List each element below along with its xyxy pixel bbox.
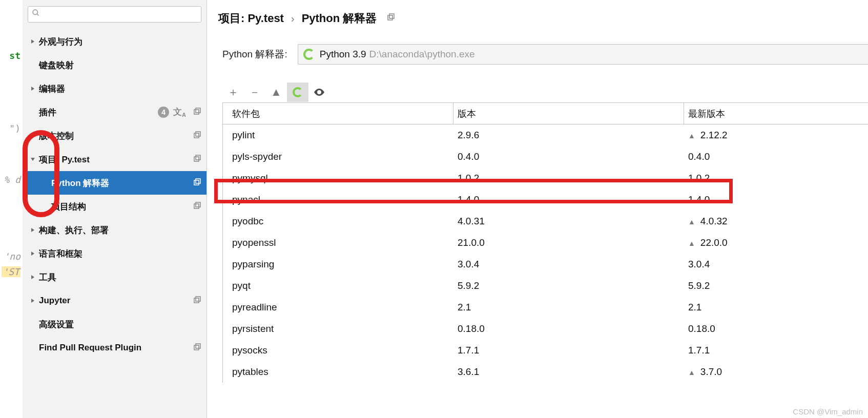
overlay-icon [387,13,395,24]
svg-point-18 [318,91,320,93]
svg-rect-6 [194,157,199,161]
pkg-version: 5.9.2 [453,280,684,291]
sidebar-item-7[interactable]: 项目结构 [23,195,206,218]
pkg-version: 0.18.0 [453,323,684,335]
svg-line-1 [37,14,38,15]
pkg-version: 1.4.0 [453,194,684,205]
pkg-version: 3.0.4 [453,259,684,270]
pkg-name: pyls-spyder [223,151,453,162]
table-row[interactable]: pyrsistent0.18.00.18.0 [223,318,868,340]
pkg-name: pylint [223,130,453,141]
pkg-version: 2.9.6 [453,130,684,141]
pkg-latest: 5.9.2 [684,280,868,291]
table-row[interactable]: pysocks1.7.11.7.1 [223,340,868,361]
svg-rect-11 [196,202,200,207]
sidebar-item-6[interactable]: Python 解释器 [23,171,206,195]
table-header: 软件包 版本 最新版本 [223,103,868,124]
table-row[interactable]: pytables3.6.1▲3.7.0 [223,361,868,383]
sidebar-item-0[interactable]: 外观与行为 [23,30,206,53]
table-row[interactable]: pyparsing3.0.43.0.4 [223,254,868,275]
table-row[interactable]: pyqt5.9.25.9.2 [223,275,868,297]
table-row[interactable]: pylint2.9.6▲2.12.2 [223,124,868,146]
sidebar-item-13[interactable]: Find Pull Request Plugin [23,336,206,360]
svg-rect-12 [194,298,199,303]
pkg-latest: 1.4.0 [684,194,868,205]
svg-rect-14 [194,345,199,350]
sidebar-item-label: 高级设置 [39,319,202,330]
table-row[interactable]: pyopenssl21.0.0▲22.0.0 [223,232,868,254]
col-header-version[interactable]: 版本 [453,103,684,124]
pkg-latest: 3.0.4 [684,259,868,270]
interpreter-label: Python 解释器: [222,48,287,61]
pkg-version: 0.4.0 [453,151,684,162]
pkg-version: 3.6.1 [453,366,684,378]
sidebar-item-2[interactable]: 编辑器 [23,77,206,100]
pkg-name: pynacl [223,194,453,205]
sidebar-item-1[interactable]: 键盘映射 [23,53,206,77]
table-row[interactable]: pyodbc4.0.31▲4.0.32 [223,211,868,232]
pkg-name: pyrsistent [223,323,453,335]
sidebar-item-label: 工具 [39,271,202,283]
svg-rect-17 [389,14,394,18]
pkg-latest: 1.0.2 [684,173,868,184]
editor-gutter: st ") % d 'no 'ST [0,0,23,418]
sidebar-item-10[interactable]: 工具 [23,265,206,289]
pkg-latest: ▲3.7.0 [684,366,868,378]
table-row[interactable]: pyreadline2.12.1 [223,297,868,318]
update-badge: 4 [158,107,169,118]
svg-rect-2 [194,110,199,114]
breadcrumb-sep: › [291,13,295,25]
svg-rect-15 [196,344,200,348]
table-row[interactable]: pymysql1.0.21.0.2 [223,168,868,189]
sidebar-item-12[interactable]: 高级设置 [23,312,206,336]
show-early-releases-button[interactable] [308,82,330,102]
upgrade-available-icon: ▲ [688,132,695,140]
pkg-version: 1.0.2 [453,173,684,184]
remove-package-button[interactable]: － [244,82,265,102]
interpreter-select[interactable]: Python 3.9 D:\anaconda\python.exe [298,44,868,65]
overlay-icon [193,296,202,305]
add-package-button[interactable]: ＋ [222,82,244,102]
breadcrumb: 项目: Py.test › Python 解释器 [207,8,868,29]
packages-table: 软件包 版本 最新版本 pylint2.9.6▲2.12.2pyls-spyde… [222,102,868,383]
pkg-latest: 0.4.0 [684,151,868,162]
sidebar-item-label: 插件 [39,107,158,118]
upgrade-package-button[interactable]: ▲ [265,82,287,102]
svg-rect-7 [196,155,200,160]
pkg-latest: 1.7.1 [684,345,868,356]
sidebar-item-label: Find Pull Request Plugin [39,343,190,353]
pkg-latest: 0.18.0 [684,323,868,335]
table-row[interactable]: pyls-spyder0.4.00.4.0 [223,146,868,168]
sidebar-item-8[interactable]: 构建、执行、部署 [23,218,206,242]
sidebar-item-5[interactable]: 项目: Py.test [23,148,206,171]
interpreter-row: Python 解释器: Python 3.9 D:\anaconda\pytho… [207,29,868,65]
chevron-icon [28,226,38,234]
chevron-icon [28,274,38,281]
sidebar-item-9[interactable]: 语言和框架 [23,242,206,265]
sidebar-item-3[interactable]: 插件4文A [23,100,206,124]
col-header-name[interactable]: 软件包 [223,103,453,124]
refresh-packages-button[interactable] [287,82,308,102]
pkg-name: pymysql [223,173,453,184]
upgrade-available-icon: ▲ [688,368,695,377]
pkg-latest: ▲2.12.2 [684,130,868,141]
search-input[interactable] [28,6,201,23]
sidebar-item-label: 构建、执行、部署 [39,224,202,236]
table-row[interactable]: pynacl1.4.01.4.0 [223,189,868,211]
overlay-icon [193,343,202,352]
svg-rect-9 [196,179,200,183]
spinner-icon [293,87,303,97]
pkg-name: pyopenssl [223,237,453,248]
overlay-icon [193,178,202,187]
breadcrumb-interpreter[interactable]: Python 解释器 [302,11,377,26]
overlay-icon [193,131,202,140]
breadcrumb-project[interactable]: 项目: Py.test [218,11,284,26]
sidebar-item-label: 语言和框架 [39,248,202,260]
settings-search[interactable] [28,6,201,23]
overlay-icon [193,202,202,211]
sidebar-item-11[interactable]: Jupyter [23,289,206,312]
col-header-latest[interactable]: 最新版本 [684,103,868,124]
sidebar-item-label: Python 解释器 [51,177,190,189]
sidebar-item-4[interactable]: 版本控制 [23,124,206,148]
pkg-name: pyqt [223,280,453,291]
